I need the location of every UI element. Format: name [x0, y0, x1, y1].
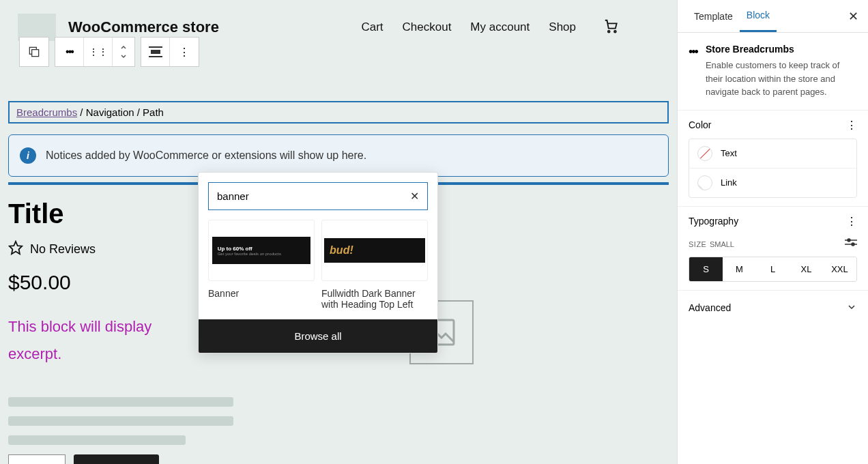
color-swatch-link: [697, 175, 712, 190]
svg-rect-4: [149, 46, 162, 48]
block-result-fullwidth-banner[interactable]: bud! Fullwidth Dark Banner with Heading …: [321, 220, 428, 310]
color-link-row[interactable]: Link: [689, 168, 856, 197]
move-up-down-button[interactable]: [113, 38, 134, 66]
breadcrumb-link[interactable]: Breadcrumbs: [16, 106, 77, 118]
more-options-button[interactable]: ⋮: [170, 38, 199, 66]
advanced-label: Advanced: [689, 302, 731, 313]
size-value: SMALL: [710, 240, 734, 248]
tab-block[interactable]: Block: [740, 0, 777, 32]
block-icon: •••: [689, 44, 697, 99]
block-result-label: Banner: [208, 288, 315, 299]
advanced-section[interactable]: Advanced: [678, 290, 868, 325]
add-to-cart-button[interactable]: Add to cart: [74, 454, 159, 464]
svg-rect-5: [151, 50, 160, 54]
product-excerpt[interactable]: This block will display excerpt.: [8, 313, 199, 367]
primary-nav: Cart Checkout My account Shop: [361, 20, 576, 34]
svg-point-0: [608, 31, 610, 33]
nav-cart[interactable]: Cart: [361, 20, 383, 34]
drag-handle[interactable]: ⋮⋮: [84, 38, 113, 66]
site-title[interactable]: WooCommerce store: [68, 18, 219, 36]
select-parent-button[interactable]: [20, 38, 48, 66]
product-meta-skeleton: [8, 397, 267, 445]
block-result-banner[interactable]: Up to 60% offGet your favorite deals on …: [208, 220, 315, 310]
block-inserter-popover: ✕ Up to 60% offGet your favorite deals o…: [198, 172, 438, 353]
svg-rect-3: [32, 50, 39, 57]
browse-all-button[interactable]: Browse all: [199, 319, 437, 353]
block-search-field[interactable]: ✕: [208, 182, 428, 210]
color-swatch-text: [697, 146, 712, 161]
size-l-button[interactable]: L: [756, 257, 790, 281]
store-notices-block[interactable]: i Notices added by WooCommerce or extens…: [8, 134, 669, 177]
site-header: WooCommerce store Cart Checkout My accou…: [8, 8, 669, 41]
no-reviews-text: No Reviews: [30, 242, 96, 257]
color-text-label: Text: [721, 148, 737, 158]
size-xxl-button[interactable]: XXL: [823, 257, 856, 281]
block-search-input[interactable]: [217, 190, 410, 202]
block-result-label: Fullwidth Dark Banner with Heading Top L…: [321, 288, 428, 310]
size-label: SIZE: [689, 240, 706, 248]
color-options-icon[interactable]: ⋮: [846, 119, 857, 132]
nav-my-account[interactable]: My account: [470, 20, 530, 34]
color-link-label: Link: [721, 177, 737, 188]
size-s-button[interactable]: S: [689, 257, 723, 281]
svg-point-10: [848, 239, 850, 242]
svg-rect-6: [149, 56, 162, 57]
size-settings-icon[interactable]: [845, 237, 857, 250]
typography-options-icon[interactable]: ⋮: [846, 215, 857, 228]
color-text-row[interactable]: Text: [689, 139, 856, 168]
breadcrumbs-block[interactable]: Breadcrumbs / Navigation / Path: [8, 101, 669, 124]
quantity-input[interactable]: [8, 454, 66, 464]
clear-search-icon[interactable]: ✕: [410, 190, 419, 203]
breadcrumb-path: / Navigation / Path: [77, 106, 164, 118]
close-sidebar-icon[interactable]: ✕: [848, 9, 858, 24]
block-toolbar: ••• ⋮⋮ ⋮: [19, 37, 199, 67]
svg-point-12: [852, 243, 854, 246]
color-section-title: Color: [689, 119, 711, 130]
size-m-button[interactable]: M: [723, 257, 756, 281]
align-button[interactable]: [141, 38, 170, 66]
svg-marker-7: [10, 242, 22, 254]
typography-section-title: Typography: [689, 216, 738, 227]
size-xl-button[interactable]: XL: [790, 257, 823, 281]
block-description: Enable customers to keep track of their …: [706, 59, 857, 99]
notice-text: Notices added by WooCommerce or extensio…: [46, 149, 366, 162]
block-type-icon[interactable]: •••: [55, 38, 84, 66]
chevron-down-icon: [846, 302, 857, 315]
svg-point-1: [614, 31, 616, 33]
star-outline-icon: [8, 240, 23, 259]
size-button-group: S M L XL XXL: [689, 257, 857, 282]
settings-sidebar: Template Block ✕ ••• Store Breadcrumbs E…: [677, 0, 868, 464]
nav-checkout[interactable]: Checkout: [403, 20, 452, 34]
tab-template[interactable]: Template: [687, 1, 740, 31]
block-name: Store Breadcrumbs: [706, 44, 857, 55]
cart-icon[interactable]: [603, 18, 618, 36]
nav-shop[interactable]: Shop: [549, 20, 576, 34]
info-icon: i: [20, 147, 36, 164]
